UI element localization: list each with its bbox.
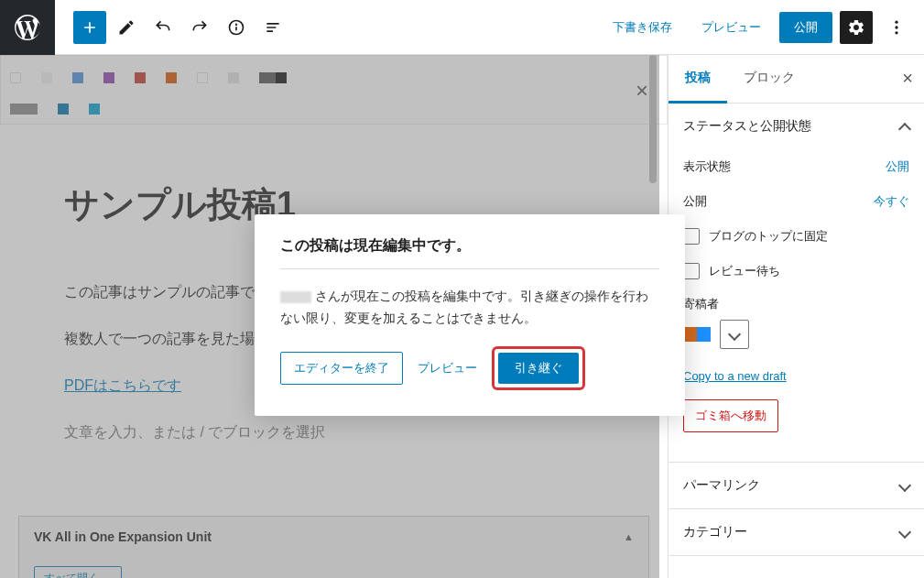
gear-icon <box>847 18 865 37</box>
author-avatar <box>683 327 711 342</box>
settings-button[interactable] <box>840 11 873 44</box>
info-icon <box>227 18 245 37</box>
status-visibility-panel: ステータスと公開状態 表示状態 公開 公開 今すぐ ブログのトップに固定 <box>669 104 924 463</box>
undo-icon <box>154 18 172 37</box>
close-sidebar-button[interactable]: × <box>902 68 913 89</box>
redo-button[interactable] <box>183 11 216 44</box>
move-to-trash-button[interactable]: ゴミ箱へ移動 <box>683 399 778 432</box>
publish-row: 公開 今すぐ <box>683 184 909 219</box>
sticky-row: ブログのトップに固定 <box>683 219 909 254</box>
author-label: 寄稿者 <box>683 289 909 312</box>
more-menu-button[interactable] <box>880 11 913 44</box>
copy-new-draft-link[interactable]: Copy to a new draft <box>683 364 909 399</box>
post-lock-modal: この投稿は現在編集中です。 さんが現在この投稿を編集中です。引き継ぎの操作を行わ… <box>255 214 685 416</box>
svg-point-2 <box>236 24 237 25</box>
edit-mode-button[interactable] <box>110 11 143 44</box>
plus-icon <box>81 18 99 37</box>
panel-header-permalink[interactable]: パーマリンク <box>669 463 924 508</box>
modal-title: この投稿は現在編集中です。 <box>280 236 659 269</box>
category-panel: カテゴリー <box>669 509 924 556</box>
redacted-username <box>280 291 311 303</box>
outline-button[interactable] <box>256 11 289 44</box>
chevron-down-icon <box>900 481 909 490</box>
editor-toolbar: 下書き保存 プレビュー 公開 <box>0 0 924 55</box>
panel-header-status[interactable]: ステータスと公開状態 <box>669 104 924 149</box>
add-block-button[interactable] <box>73 11 106 44</box>
publish-button[interactable]: 公開 <box>779 12 832 43</box>
info-button[interactable] <box>220 11 253 44</box>
more-vertical-icon <box>887 18 906 37</box>
visibility-row: 表示状態 公開 <box>683 149 909 184</box>
svg-point-5 <box>895 31 897 34</box>
toolbar-left <box>55 11 289 44</box>
svg-point-3 <box>895 20 897 23</box>
permalink-panel: パーマリンク <box>669 463 924 509</box>
modal-preview-button[interactable]: プレビュー <box>412 353 483 384</box>
chevron-down-icon <box>900 528 909 537</box>
svg-point-4 <box>895 26 897 28</box>
modal-body: さんが現在この投稿を編集中です。引き継ぎの操作を行わない限り、変更を加えることは… <box>280 286 659 330</box>
undo-button[interactable] <box>147 11 179 44</box>
settings-sidebar: 投稿 ブロック × ステータスと公開状態 表示状態 公開 公開 今すぐ <box>668 55 924 578</box>
modal-actions: エディターを終了 プレビュー 引き継ぐ <box>280 346 659 390</box>
sticky-checkbox[interactable] <box>683 228 700 245</box>
preview-button[interactable]: プレビュー <box>690 12 772 43</box>
list-icon <box>264 18 282 37</box>
sidebar-tabs: 投稿 ブロック × <box>669 55 924 104</box>
tab-post[interactable]: 投稿 <box>669 55 727 104</box>
chevron-up-icon <box>900 122 909 131</box>
wordpress-icon <box>15 15 40 40</box>
wordpress-logo[interactable] <box>0 0 55 55</box>
panel-header-category[interactable]: カテゴリー <box>669 509 924 555</box>
tab-block[interactable]: ブロック <box>727 55 811 103</box>
author-row <box>683 312 909 364</box>
pending-checkbox[interactable] <box>683 263 700 279</box>
takeover-highlight: 引き継ぐ <box>492 346 585 390</box>
save-draft-button[interactable]: 下書き保存 <box>602 12 683 43</box>
author-select[interactable] <box>720 320 749 349</box>
publish-value[interactable]: 今すぐ <box>874 193 909 210</box>
visibility-value[interactable]: 公開 <box>886 158 909 175</box>
exit-editor-button[interactable]: エディターを終了 <box>280 352 403 385</box>
redo-icon <box>190 18 209 37</box>
pending-row: レビュー待ち <box>683 254 909 289</box>
toolbar-right: 下書き保存 プレビュー 公開 <box>602 11 924 44</box>
takeover-button[interactable]: 引き継ぐ <box>498 353 579 384</box>
pencil-icon <box>117 18 136 37</box>
chevron-down-icon <box>730 330 739 339</box>
